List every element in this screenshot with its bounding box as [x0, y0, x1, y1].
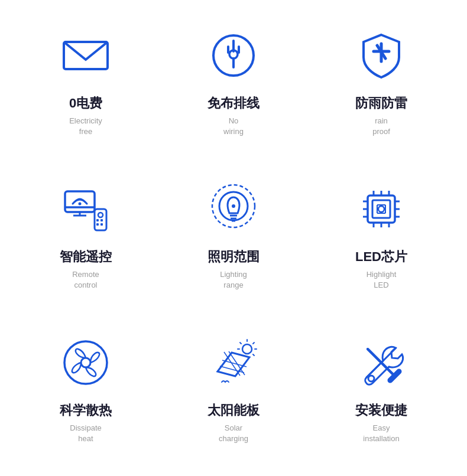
- zh-title: LED芯片: [355, 248, 407, 266]
- svg-rect-11: [100, 219, 103, 221]
- svg-rect-10: [96, 219, 99, 221]
- en-title: Electricityfree: [69, 116, 102, 137]
- svg-line-46: [240, 343, 241, 344]
- zh-title: 照明范围: [207, 248, 260, 266]
- cell-solar-charging: 太阳能板 Solarcharging: [160, 315, 307, 468]
- en-title: Lightingrange: [220, 269, 247, 291]
- en-title: Solarcharging: [219, 423, 248, 444]
- cell-rain-proof: 防雨防雷 rainproof: [307, 8, 455, 161]
- svg-point-34: [378, 206, 384, 212]
- svg-rect-12: [96, 223, 99, 226]
- zh-title: 免布排线: [207, 94, 260, 112]
- svg-rect-13: [100, 223, 103, 226]
- zh-title: 安装便捷: [355, 402, 407, 419]
- chip-icon: [352, 180, 411, 239]
- features-grid: 0电费 Electricityfree 免布排线 Nowiring: [12, 8, 455, 468]
- svg-point-35: [64, 341, 107, 384]
- svg-line-45: [253, 354, 254, 356]
- cell-lighting-range: 照明范围 Lightingrange: [160, 161, 307, 315]
- envelope-icon: [56, 26, 115, 85]
- fan-icon: [56, 333, 115, 392]
- svg-line-39: [222, 360, 247, 367]
- zh-title: 太阳能板: [207, 402, 260, 419]
- en-title: Dissipateheat: [70, 423, 101, 444]
- en-title: Remotecontrol: [72, 269, 99, 291]
- svg-line-43: [253, 343, 254, 344]
- cell-no-wiring: 免布排线 Nowiring: [160, 8, 307, 161]
- svg-point-49: [368, 376, 374, 382]
- en-title: HighlightLED: [367, 269, 397, 291]
- cell-easy-install: 安装便捷 Easyinstallation: [307, 315, 455, 468]
- en-title: Easyinstallation: [363, 423, 399, 444]
- shield-icon: [352, 26, 411, 85]
- svg-point-36: [81, 358, 90, 367]
- svg-rect-3: [65, 191, 95, 212]
- svg-point-9: [98, 213, 103, 217]
- svg-point-41: [242, 344, 252, 354]
- svg-rect-21: [372, 200, 390, 218]
- tools-icon: [352, 333, 411, 392]
- svg-point-19: [232, 204, 235, 208]
- cell-electricity-free: 0电费 Electricityfree: [12, 8, 160, 161]
- zh-title: 科学散热: [60, 402, 112, 419]
- solar-icon: [204, 333, 263, 392]
- cell-remote-control: 智能遥控 Remotecontrol: [12, 161, 160, 315]
- en-title: Nowiring: [223, 116, 244, 137]
- en-title: rainproof: [372, 116, 390, 137]
- zh-title: 防雨防雷: [355, 94, 407, 112]
- zh-title: 0电费: [69, 94, 102, 112]
- remote-icon: [56, 180, 115, 239]
- zh-title: 智能遥控: [60, 248, 112, 266]
- svg-point-7: [79, 202, 82, 205]
- cell-dissipate-heat: 科学散热 Dissipateheat: [12, 315, 160, 468]
- plug-icon: [204, 26, 263, 85]
- cell-led-chip: LED芯片 HighlightLED: [307, 161, 455, 315]
- bulb-icon: [204, 180, 263, 239]
